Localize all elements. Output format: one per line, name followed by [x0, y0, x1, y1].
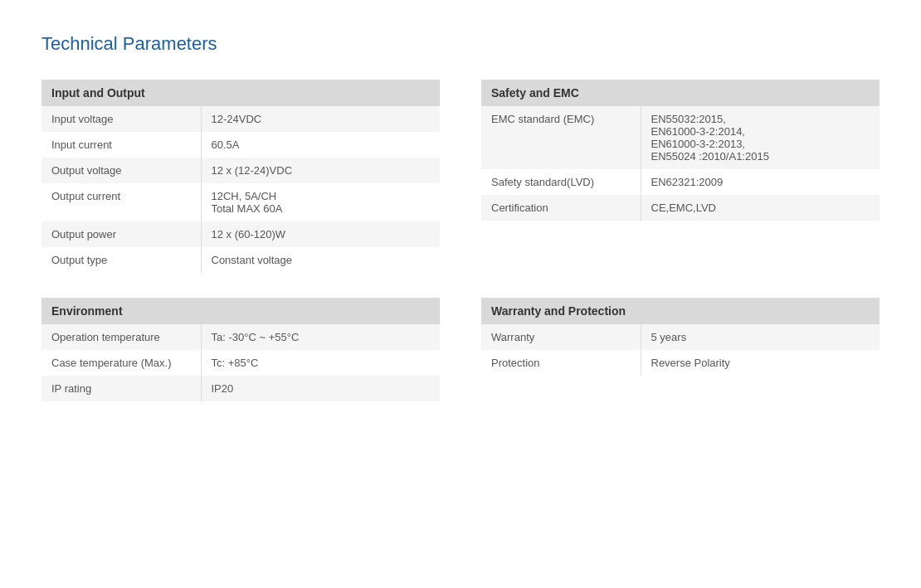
row-value: CE,EMC,LVD	[641, 195, 880, 221]
row-value: Constant voltage	[201, 247, 440, 273]
table-safety-emc: Safety and EMCEMC standard (EMC)EN55032:…	[481, 80, 880, 273]
row-value: Reverse Polarity	[641, 350, 880, 376]
table-row: CertificationCE,EMC,LVD	[481, 195, 880, 221]
table-row: Safety standard(LVD)EN62321:2009	[481, 169, 880, 195]
row-label: EMC standard (EMC)	[481, 106, 641, 169]
table-row: Input voltage12-24VDC	[41, 106, 440, 132]
table-input-output-header: Input and Output	[41, 80, 440, 106]
table-row: ProtectionReverse Polarity	[481, 350, 880, 376]
row-label: Operation temperature	[41, 324, 201, 350]
row-value: Tc: +85°C	[201, 350, 440, 376]
table-environment: EnvironmentOperation temperatureTa: -30°…	[41, 298, 440, 401]
row-value: 12 x (12-24)VDC	[201, 158, 440, 183]
row-value: 12-24VDC	[201, 106, 440, 132]
table-row: Warranty5 years	[481, 324, 880, 350]
table-row: Operation temperatureTa: -30°C ~ +55°C	[41, 324, 440, 350]
row-label: Output current	[41, 183, 201, 221]
table-row: Output current12CH, 5A/CHTotal MAX 60A	[41, 183, 440, 221]
row-label: Input current	[41, 132, 201, 158]
row-value: EN62321:2009	[641, 169, 880, 195]
table-environment-header: Environment	[41, 298, 440, 324]
tables-grid: Input and OutputInput voltage12-24VDCInp…	[41, 80, 880, 401]
table-warranty-protection: Warranty and ProtectionWarranty5 yearsPr…	[481, 298, 880, 401]
row-value: EN55032:2015,EN61000-3-2:2014,EN61000-3-…	[641, 106, 880, 169]
row-value: Ta: -30°C ~ +55°C	[201, 324, 440, 350]
table-row: Output voltage12 x (12-24)VDC	[41, 158, 440, 183]
row-value: 12 x (60-120)W	[201, 221, 440, 247]
table-warranty-protection-header: Warranty and Protection	[481, 298, 880, 324]
table-row: Output power12 x (60-120)W	[41, 221, 440, 247]
page-title: Technical Parameters	[41, 33, 880, 55]
row-value: IP20	[201, 376, 440, 401]
row-label: Warranty	[481, 324, 641, 350]
table-row: Input current60.5A	[41, 132, 440, 158]
row-label: Certification	[481, 195, 641, 221]
row-value: 60.5A	[201, 132, 440, 158]
table-input-output: Input and OutputInput voltage12-24VDCInp…	[41, 80, 440, 273]
row-label: Output power	[41, 221, 201, 247]
row-label: Input voltage	[41, 106, 201, 132]
table-row: Output typeConstant voltage	[41, 247, 440, 273]
table-row: IP ratingIP20	[41, 376, 440, 401]
table-safety-emc-header: Safety and EMC	[481, 80, 880, 106]
row-value: 5 years	[641, 324, 880, 350]
row-label: Output type	[41, 247, 201, 273]
table-row: Case temperature (Max.)Tc: +85°C	[41, 350, 440, 376]
row-label: Safety standard(LVD)	[481, 169, 641, 195]
row-label: IP rating	[41, 376, 201, 401]
row-label: Protection	[481, 350, 641, 376]
table-row: EMC standard (EMC)EN55032:2015,EN61000-3…	[481, 106, 880, 169]
row-label: Output voltage	[41, 158, 201, 183]
row-label: Case temperature (Max.)	[41, 350, 201, 376]
row-value: 12CH, 5A/CHTotal MAX 60A	[201, 183, 440, 221]
